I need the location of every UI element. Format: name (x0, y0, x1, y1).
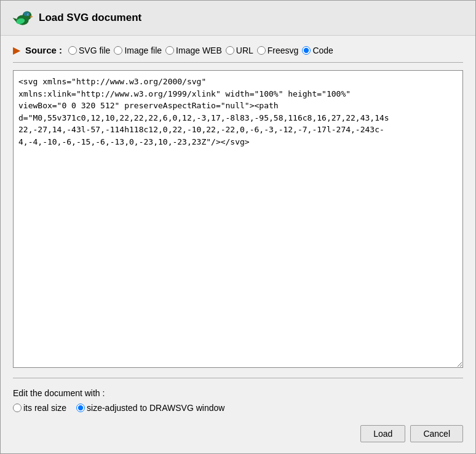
radio-option-url[interactable]: URL (226, 46, 253, 55)
button-row: Load Cancel (13, 420, 463, 445)
radio-image-file[interactable] (114, 46, 122, 55)
title-bar: Load SVG document (1, 1, 475, 36)
radio-option-size-adjusted[interactable]: size-adjusted to DRAWSVG window (76, 403, 224, 413)
label-freesvg[interactable]: Freesvg (268, 46, 299, 55)
label-svg-file[interactable]: SVG file (79, 46, 110, 55)
source-arrow-icon: ▶ (13, 44, 20, 56)
radio-option-image-web[interactable]: Image WEB (165, 46, 222, 55)
radio-option-real-size[interactable]: its real size (13, 403, 66, 413)
edit-options: its real size size-adjusted to DRAWSVG w… (13, 403, 463, 413)
radio-url[interactable] (226, 46, 234, 55)
label-image-web[interactable]: Image WEB (176, 46, 222, 55)
edit-section: Edit the document with : its real size s… (13, 388, 463, 413)
radio-option-image-file[interactable]: Image file (114, 46, 162, 55)
radio-svg-file[interactable] (68, 46, 77, 55)
svg-code-textarea[interactable] (13, 70, 463, 368)
label-real-size[interactable]: its real size (23, 403, 66, 413)
edit-label: Edit the document with : (13, 388, 463, 398)
radio-code[interactable] (302, 46, 311, 55)
separator (13, 378, 463, 378)
label-size-adjusted[interactable]: size-adjusted to DRAWSVG window (87, 403, 224, 413)
dialog-body: ▶ Source : SVG file Image file Image WEB… (1, 36, 475, 453)
label-code[interactable]: Code (312, 46, 333, 55)
radio-size-adjusted[interactable] (76, 404, 85, 412)
radio-freesvg[interactable] (257, 46, 266, 55)
label-url[interactable]: URL (236, 46, 253, 55)
radio-option-code[interactable]: Code (302, 46, 333, 55)
radio-real-size[interactable] (13, 404, 22, 412)
label-image-file[interactable]: Image file (124, 46, 162, 55)
source-row: ▶ Source : SVG file Image file Image WEB… (13, 44, 463, 63)
app-icon (10, 7, 33, 29)
radio-option-freesvg[interactable]: Freesvg (257, 46, 299, 55)
cancel-button[interactable]: Cancel (410, 425, 463, 442)
load-button[interactable]: Load (360, 425, 405, 442)
dialog-title: Load SVG document (39, 12, 141, 24)
radio-image-web[interactable] (165, 46, 174, 55)
radio-option-svg-file[interactable]: SVG file (68, 46, 110, 55)
svg-marker-6 (13, 18, 17, 22)
source-label: Source : (25, 45, 62, 55)
svg-point-7 (24, 12, 30, 16)
dialog: Load SVG document ▶ Source : SVG file Im… (0, 0, 476, 454)
svg-marker-5 (30, 15, 33, 18)
